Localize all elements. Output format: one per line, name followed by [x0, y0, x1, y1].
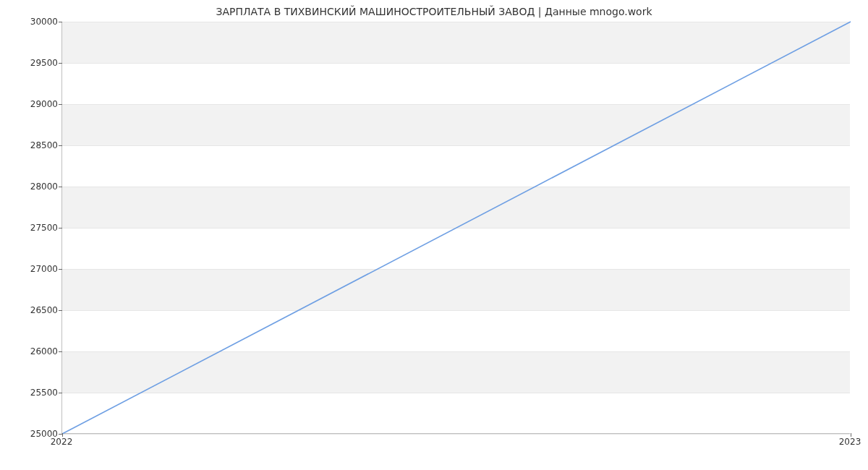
ytick-mark — [59, 187, 62, 187]
ytick-label: 27000 — [7, 264, 58, 274]
ytick-label: 28500 — [7, 140, 58, 150]
ytick-mark — [59, 145, 62, 146]
ytick-mark — [59, 228, 62, 228]
ytick-mark — [59, 22, 62, 22]
ytick-mark — [59, 63, 62, 64]
ytick-mark — [59, 269, 62, 270]
line-series — [62, 22, 850, 433]
ytick-label: 25500 — [7, 388, 58, 398]
ytick-label: 26000 — [7, 346, 58, 356]
ytick-mark — [59, 351, 62, 352]
series-line — [62, 22, 851, 434]
chart-title: ЗАРПЛАТА В ТИХВИНСКИЙ МАШИНОСТРОИТЕЛЬНЫЙ… — [0, 6, 868, 17]
xtick-label: 2022 — [51, 437, 73, 447]
ytick-mark — [59, 104, 62, 105]
ytick-label: 29500 — [7, 58, 58, 68]
chart-container: ЗАРПЛАТА В ТИХВИНСКИЙ МАШИНОСТРОИТЕЛЬНЫЙ… — [0, 0, 868, 470]
ytick-label: 27500 — [7, 223, 58, 233]
ytick-label: 26500 — [7, 305, 58, 315]
ytick-mark — [59, 393, 62, 393]
ytick-label: 29000 — [7, 99, 58, 109]
ytick-mark — [59, 310, 62, 311]
ytick-label: 28000 — [7, 181, 58, 192]
plot-area — [61, 22, 850, 434]
ytick-label: 30000 — [7, 17, 58, 27]
gridline-y — [62, 434, 850, 435]
xtick-label: 2023 — [839, 437, 861, 447]
